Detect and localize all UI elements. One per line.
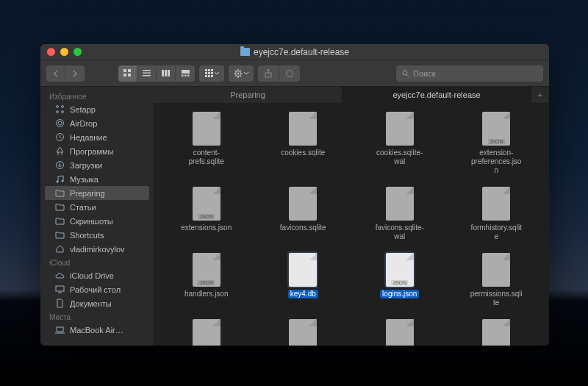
search-field[interactable]: Поиск: [396, 65, 543, 82]
file-item[interactable]: JSONlogins.json: [351, 250, 448, 310]
close-button[interactable]: [47, 48, 55, 56]
file-item[interactable]: places.sqlite: [255, 316, 352, 346]
sidebar-item-[interactable]: Недавние: [40, 130, 154, 144]
file-name: formhistory.sqlite: [470, 224, 523, 241]
sidebar-item-label: MacBook Air…: [70, 326, 123, 335]
setapp-icon: [55, 104, 65, 114]
sidebar-item-preparing[interactable]: Preparing: [45, 186, 149, 200]
file-name: extensions.json: [181, 224, 232, 232]
sidebar-item-[interactable]: Скриншоты: [40, 214, 154, 228]
svg-rect-21: [208, 75, 210, 77]
sidebar-item-shortcuts[interactable]: Shortcuts: [40, 228, 154, 242]
file-icon: [289, 253, 317, 287]
column-view-button[interactable]: [157, 65, 176, 82]
columns-icon: [162, 70, 170, 76]
gallery-view-button[interactable]: [176, 65, 195, 82]
finder-window: eyejcc7e.default-release: [40, 44, 549, 346]
svg-point-38: [62, 106, 64, 108]
sidebar-item-macbookair[interactable]: MacBook Air…: [40, 323, 154, 337]
file-item[interactable]: permissions.sqlite: [448, 250, 545, 310]
tag-icon: [285, 69, 294, 78]
file-item[interactable]: JSONhandlers.json: [158, 250, 255, 310]
svg-rect-12: [184, 75, 187, 77]
clock-icon: [55, 132, 65, 142]
sidebar-item-setapp[interactable]: Setapp: [40, 102, 154, 116]
file-item[interactable]: TXTpkcs11.txt: [158, 316, 255, 346]
tag-button[interactable]: [279, 65, 300, 82]
file-item[interactable]: JSONextensions.json: [158, 184, 255, 244]
file-item[interactable]: pluginreg.dat: [448, 316, 545, 346]
tab[interactable]: Preparing: [154, 87, 343, 103]
doc-icon: [55, 299, 65, 308]
file-item[interactable]: places.sqlite-wal: [351, 316, 448, 346]
sidebar-item-[interactable]: Программы: [40, 144, 154, 158]
content-area: Preparingeyejcc7e.default-release+ conte…: [154, 87, 549, 346]
sidebar-item-[interactable]: Рабочий стол: [40, 282, 154, 296]
svg-rect-17: [205, 72, 207, 74]
file-item[interactable]: content-prefs.sqlite: [158, 109, 255, 178]
chevron-down-icon: [244, 72, 248, 75]
action-button[interactable]: [229, 65, 254, 82]
new-tab-button[interactable]: +: [531, 87, 549, 103]
sidebar-item-[interactable]: Документы: [40, 296, 154, 310]
arrange-button[interactable]: [199, 65, 224, 82]
file-item[interactable]: cookies.sqlite-wal: [351, 109, 448, 178]
sidebar-item-[interactable]: Статьи: [40, 200, 154, 214]
svg-rect-19: [211, 72, 213, 74]
sidebar-item-vladimirkovylov[interactable]: vladimirkovylov: [40, 242, 154, 256]
sidebar-item-label: vladimirkovylov: [70, 245, 125, 254]
search-icon: [402, 70, 409, 77]
share-icon: [265, 69, 272, 78]
sidebar-item-label: iCloud Drive: [70, 271, 114, 280]
file-icon: [482, 319, 510, 346]
desktop-icon: [55, 285, 65, 294]
sidebar-item-label: Shortcuts: [70, 231, 104, 240]
grid-small-icon: [205, 69, 213, 77]
list-view-button[interactable]: [137, 65, 157, 82]
forward-button[interactable]: [65, 65, 85, 82]
sidebar-section-header: Избранное: [40, 90, 154, 102]
titlebar[interactable]: eyejcc7e.default-release: [40, 44, 549, 60]
sidebar-item-iclouddrive[interactable]: iCloud Drive: [40, 268, 154, 282]
grid-icon: [123, 69, 132, 77]
laptop-icon: [55, 325, 65, 335]
svg-rect-7: [162, 70, 164, 76]
list-icon: [143, 70, 151, 76]
file-icon: JSON: [482, 112, 510, 146]
file-item[interactable]: favicons.sqlite-wal: [351, 184, 448, 244]
file-name: logins.json: [380, 290, 419, 299]
gallery-icon: [182, 70, 190, 76]
sidebar-item-label: Загрузки: [70, 161, 102, 170]
icon-view-button[interactable]: [118, 65, 137, 82]
sidebar-item-[interactable]: Музыка: [40, 172, 154, 186]
file-grid[interactable]: content-prefs.sqlitecookies.sqlitecookie…: [154, 103, 549, 346]
tab[interactable]: eyejcc7e.default-release: [343, 87, 531, 103]
file-item[interactable]: formhistory.sqlite: [448, 184, 545, 244]
file-icon: TXT: [193, 319, 220, 346]
traffic-lights: [40, 48, 82, 56]
sidebar-item-label: Статьи: [70, 203, 96, 212]
icloud-icon: [55, 271, 65, 280]
back-button[interactable]: [46, 65, 65, 82]
share-button[interactable]: [258, 65, 279, 82]
tab-label: Preparing: [230, 90, 265, 99]
sidebar[interactable]: ИзбранноеSetappAirDropНедавниеПрограммыЗ…: [40, 87, 154, 346]
svg-point-34: [287, 70, 293, 76]
file-name: extension-preferences.json: [470, 149, 523, 175]
nav-buttons: [46, 65, 85, 82]
home-icon: [55, 244, 65, 254]
search-placeholder: Поиск: [413, 69, 435, 78]
file-item[interactable]: favicons.sqlite: [255, 184, 352, 244]
download-icon: [55, 160, 65, 170]
file-item[interactable]: key4.db: [255, 250, 352, 310]
sidebar-item-[interactable]: Загрузки: [40, 158, 154, 172]
maximize-button[interactable]: [74, 48, 82, 56]
svg-line-36: [407, 74, 409, 76]
file-item[interactable]: JSONextension-preferences.json: [448, 109, 545, 178]
sidebar-item-label: Недавние: [70, 133, 107, 142]
minimize-button[interactable]: [60, 48, 68, 56]
sidebar-item-airdrop[interactable]: AirDrop: [40, 116, 154, 130]
sidebar-section-header: iCloud: [40, 256, 154, 268]
file-item[interactable]: cookies.sqlite: [255, 109, 352, 178]
svg-rect-3: [128, 74, 131, 76]
